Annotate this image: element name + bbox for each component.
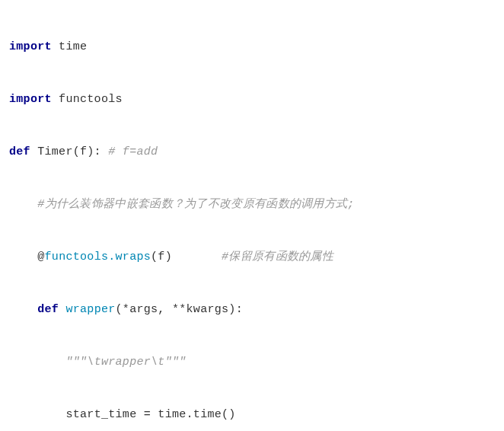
code-line: #为什么装饰器中嵌套函数？为了不改变原有函数的调用方式; <box>9 192 495 219</box>
code-line: import time <box>9 34 495 61</box>
keyword: def <box>9 145 30 158</box>
code-line: @functools.wraps(f) #保留原有函数的属性 <box>9 244 495 271</box>
code-line: start_time = time.time() <box>9 402 495 429</box>
docstring: """\twrapper\t""" <box>65 356 186 369</box>
comment: #保留原有函数的属性 <box>222 251 333 263</box>
args: (f) <box>151 251 222 263</box>
function-def: Timer(f): <box>30 145 108 158</box>
function-name: wrapper <box>59 303 115 316</box>
comment: #为什么装饰器中嵌套函数？为了不改变原有函数的调用方式; <box>37 198 354 211</box>
code-line: def wrapper(*args, **kwargs): <box>9 297 495 324</box>
code-line: """\twrapper\t""" <box>9 350 495 376</box>
keyword: def <box>37 303 59 316</box>
comment: # f=add <box>108 145 158 158</box>
statement: start_time = time.time() <box>65 408 235 421</box>
decorator-fn: functools.wraps <box>45 251 152 263</box>
code-line: def Timer(f): # f=add <box>9 139 495 166</box>
args: (*args, **kwargs): <box>116 303 243 316</box>
code-block: import time import functools def Timer(f… <box>9 8 495 431</box>
module-name: functools <box>52 93 123 106</box>
module-name: time <box>52 40 88 53</box>
keyword: import <box>9 93 52 106</box>
code-line: import functools <box>9 87 495 113</box>
decorator-at: @ <box>37 251 44 263</box>
keyword: import <box>9 40 52 53</box>
